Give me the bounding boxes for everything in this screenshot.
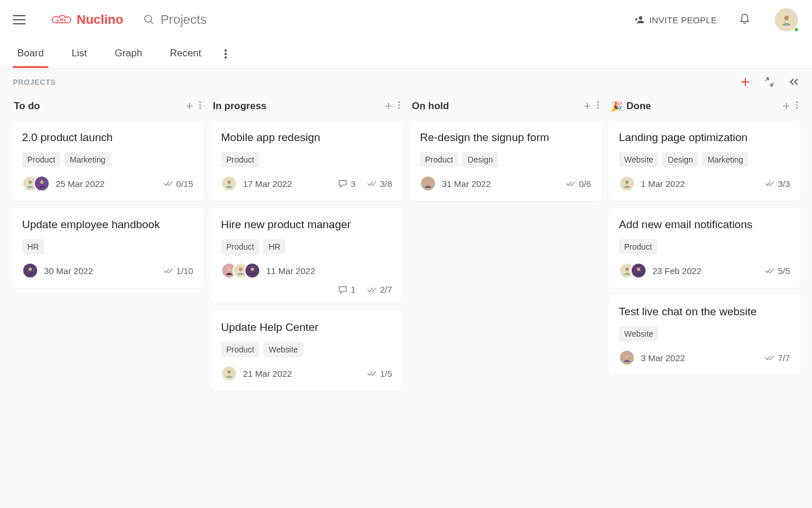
card[interactable]: Mobile app redesignProduct17 Mar 202233/…	[211, 121, 403, 201]
checklist-count[interactable]: 2/7	[367, 284, 392, 294]
add-button[interactable]	[740, 77, 751, 87]
app-logo[interactable]: Nuclino	[51, 12, 124, 27]
invite-people-button[interactable]: INVITE PEOPLE	[635, 15, 717, 25]
card-meta: 3/3	[765, 179, 790, 189]
card[interactable]: Update Help CenterProductWebsite21 Mar 2…	[211, 311, 403, 391]
card-footer: 3 Mar 20227/7	[619, 350, 790, 366]
avatar-icon[interactable]	[221, 175, 237, 192]
column-title[interactable]: In progress	[213, 100, 267, 112]
tabs-more-button[interactable]	[224, 49, 227, 59]
breadcrumb[interactable]: PROJECTS	[13, 78, 56, 87]
card[interactable]: Hire new product managerProductHR11 Mar …	[211, 208, 403, 304]
svg-point-29	[625, 268, 629, 271]
tag[interactable]: Website	[619, 326, 658, 341]
add-card-button[interactable]: +	[186, 100, 193, 113]
app-header: Nuclino Projects INVITE PEOPLE	[0, 0, 812, 39]
tag[interactable]: Product	[221, 342, 259, 357]
search-icon	[143, 14, 155, 26]
app-name: Nuclino	[77, 12, 124, 27]
tag[interactable]: Product	[619, 239, 657, 254]
collapse-button[interactable]	[764, 77, 775, 87]
notifications-button[interactable]	[739, 12, 751, 27]
hide-panel-button[interactable]	[789, 78, 799, 86]
checklist-icon	[566, 179, 575, 188]
tab-board[interactable]: Board	[13, 40, 48, 68]
svg-point-25	[796, 101, 798, 103]
card-tags: Product	[221, 152, 392, 167]
avatar-icon[interactable]	[420, 175, 436, 192]
card-meta: 0/15	[164, 179, 193, 189]
brain-icon	[51, 13, 72, 27]
card-tags: ProductMarketing	[22, 152, 193, 167]
tag[interactable]: Marketing	[702, 152, 748, 167]
column-title[interactable]: 🎉Done	[611, 100, 651, 113]
card-tags: Product	[619, 239, 790, 254]
checklist-icon	[765, 266, 774, 275]
checklist-count[interactable]: 0/6	[566, 179, 591, 189]
avatar-icon[interactable]	[630, 262, 647, 279]
user-avatar-menu[interactable]	[774, 7, 799, 33]
tag[interactable]: Product	[221, 152, 259, 167]
add-card-button[interactable]: +	[385, 100, 392, 113]
tag[interactable]: Product	[420, 152, 458, 167]
card[interactable]: 2.0 product launchProductMarketing25 Mar…	[12, 121, 204, 201]
tag[interactable]: Marketing	[64, 152, 110, 167]
tag[interactable]: HR	[22, 239, 44, 254]
card[interactable]: Test live chat on the websiteWebsite3 Ma…	[608, 295, 800, 375]
column-title[interactable]: To do	[14, 100, 40, 112]
add-card-button[interactable]: +	[782, 100, 790, 113]
tab-recent[interactable]: Recent	[165, 40, 206, 68]
svg-point-24	[426, 181, 430, 184]
avatar-icon[interactable]	[619, 350, 635, 366]
checklist-count[interactable]: 1/5	[367, 369, 392, 379]
checklist-count[interactable]: 7/7	[765, 353, 790, 363]
avatar-icon[interactable]	[221, 365, 237, 381]
card-date: 1 Mar 2022	[641, 179, 685, 189]
checklist-count[interactable]: 3/8	[367, 179, 392, 189]
checklist-count[interactable]: 0/15	[164, 179, 193, 189]
menu-icon[interactable]	[13, 15, 26, 24]
card[interactable]: Update employee handbookHR30 Mar 20221/1…	[12, 208, 204, 288]
checklist-count[interactable]: 5/5	[765, 266, 790, 276]
card-footer: 31 Mar 20220/6	[420, 175, 591, 192]
svg-point-31	[625, 355, 629, 358]
column-more-button[interactable]	[398, 101, 400, 111]
tag[interactable]: Product	[22, 152, 60, 167]
view-tabs: BoardListGraphRecent	[0, 39, 812, 69]
column-more-button[interactable]	[597, 101, 599, 111]
more-vertical-icon	[796, 101, 798, 109]
card[interactable]: Add new email notificationsProduct23 Feb…	[608, 208, 800, 288]
tag[interactable]: Design	[462, 152, 498, 167]
svg-point-14	[398, 104, 400, 106]
svg-point-15	[398, 107, 400, 109]
comments-count[interactable]: 3	[338, 179, 356, 189]
tag[interactable]: Website	[619, 152, 658, 167]
tab-list[interactable]: List	[67, 40, 91, 68]
comments-count[interactable]: 1	[338, 284, 356, 294]
assignee-avatars	[22, 175, 50, 192]
column-more-button[interactable]	[199, 101, 201, 111]
checklist-count[interactable]: 1/10	[164, 266, 193, 276]
tag[interactable]: Design	[662, 152, 698, 167]
assignee-avatars	[619, 350, 635, 366]
checklist-count[interactable]: 3/3	[765, 179, 790, 189]
add-card-button[interactable]: +	[583, 100, 591, 113]
card-title: Mobile app redesign	[221, 131, 392, 144]
card[interactable]: Re-design the signup formProductDesign31…	[409, 121, 601, 201]
tag[interactable]: HR	[263, 239, 285, 254]
avatar-icon[interactable]	[619, 175, 635, 192]
column-more-button[interactable]	[796, 101, 798, 111]
avatar-icon[interactable]	[244, 262, 260, 279]
column-header: On hold+	[409, 94, 601, 121]
tag[interactable]: Website	[263, 342, 303, 357]
search-input[interactable]: Projects	[143, 12, 206, 27]
card-meta: 12/7	[221, 284, 392, 294]
bell-icon	[739, 12, 751, 25]
tab-graph[interactable]: Graph	[110, 40, 147, 68]
column-title[interactable]: On hold	[412, 100, 449, 112]
card-title: Add new email notifications	[619, 218, 790, 231]
avatar-icon[interactable]	[34, 175, 50, 192]
card[interactable]: Landing page optimizationWebsiteDesignMa…	[608, 121, 800, 201]
avatar-icon[interactable]	[22, 262, 38, 279]
tag[interactable]: Product	[221, 239, 259, 254]
